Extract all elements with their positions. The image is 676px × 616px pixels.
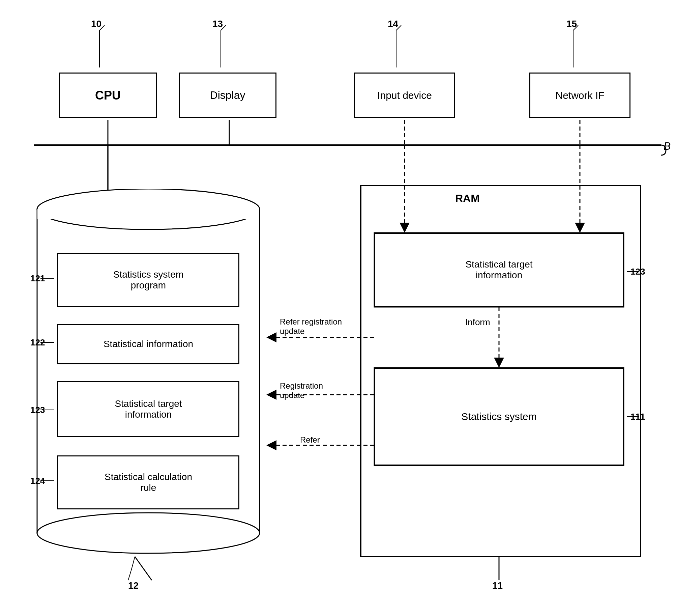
refer-reg-update-label: Refer registrationupdate xyxy=(280,317,342,336)
svg-marker-15 xyxy=(494,358,504,368)
svg-marker-19 xyxy=(266,390,276,400)
ref-15: 15 xyxy=(566,19,577,29)
svg-marker-9 xyxy=(575,223,585,233)
ram-stat-target-box: Statistical targetinformation xyxy=(374,233,624,307)
stats-system-box: Statistics system xyxy=(374,368,624,466)
svg-point-33 xyxy=(37,189,260,229)
db-stat-target-box: Statistical targetinformation xyxy=(57,381,239,437)
ref-14: 14 xyxy=(388,19,398,29)
ref-111: 111 xyxy=(630,412,645,422)
svg-rect-35 xyxy=(37,209,259,219)
ref-11: 11 xyxy=(492,580,503,591)
ref-123-ram: 123 xyxy=(630,267,645,277)
svg-marker-6 xyxy=(400,223,410,233)
db-program-box: Statistics systemprogram xyxy=(57,253,239,307)
ref-124: 124 xyxy=(30,476,45,486)
inform-label: Inform xyxy=(465,317,490,328)
reg-update-label: Registrationupdate xyxy=(280,381,323,400)
ref-121: 121 xyxy=(30,273,45,284)
input-device-box: Input device xyxy=(354,73,455,118)
ram-label: RAM xyxy=(455,192,480,205)
svg-marker-21 xyxy=(266,440,276,450)
db-calc-rule-box: Statistical calculationrule xyxy=(57,455,239,509)
svg-marker-17 xyxy=(266,332,276,342)
db-stat-info-box: Statistical information xyxy=(57,324,239,364)
ref-123-db: 123 xyxy=(30,405,45,415)
ref-12: 12 xyxy=(128,580,139,591)
bus-label: B xyxy=(664,140,671,152)
network-if-box: Network IF xyxy=(529,73,630,118)
ref-13: 13 xyxy=(212,19,223,29)
diagram-container: 10 13 14 15 CPU Display Input device Net… xyxy=(0,0,676,616)
refer-label: Refer xyxy=(300,435,320,445)
ref-10: 10 xyxy=(91,19,101,29)
svg-point-34 xyxy=(37,513,260,553)
svg-line-22 xyxy=(135,557,152,580)
cpu-box: CPU xyxy=(59,73,157,118)
ref-122: 122 xyxy=(30,337,45,348)
display-box: Display xyxy=(179,73,276,118)
